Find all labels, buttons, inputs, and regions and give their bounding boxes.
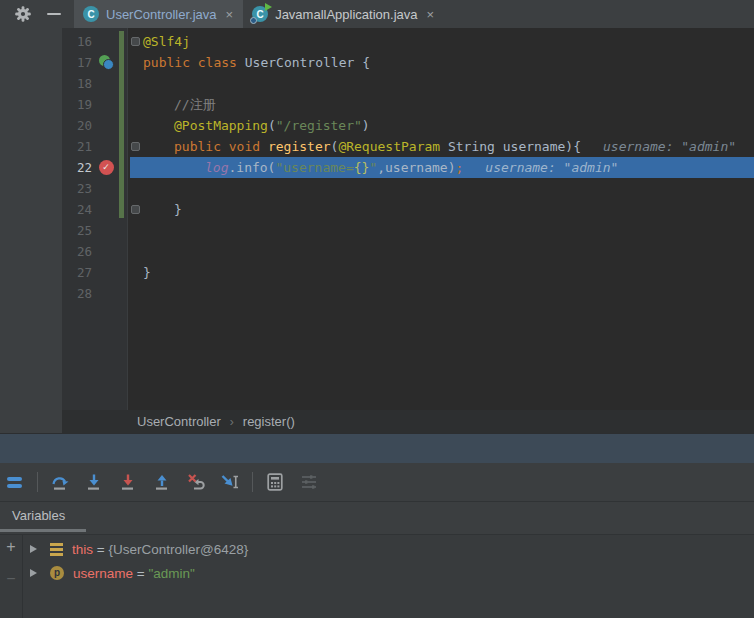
token-brace: {} [354, 160, 370, 175]
code-line-27: 27} [62, 262, 754, 283]
tab-javamallapplication-java[interactable]: JavamallApplication.java × [243, 0, 444, 28]
tab-variables[interactable]: Variables [12, 508, 65, 523]
code-line-26: 26 [62, 241, 754, 262]
code-text[interactable]: @Slf4j [130, 31, 754, 52]
close-icon[interactable]: × [226, 8, 234, 21]
run-to-cursor-icon[interactable] [220, 472, 240, 492]
code-text[interactable]: @PostMapping("/register") [130, 115, 754, 136]
gutter-icon-slot [94, 73, 118, 94]
code-text[interactable] [130, 241, 754, 262]
line-number: 19 [62, 94, 94, 115]
tool-window-left-strip [0, 28, 62, 433]
code-text[interactable] [130, 178, 754, 199]
code-text[interactable] [130, 220, 754, 241]
code-text[interactable]: public void register(@RequestParam Strin… [130, 136, 754, 157]
breakpoint-icon[interactable]: ✓ [99, 160, 114, 175]
add-watch-icon[interactable]: + [6, 539, 15, 555]
code-line-18: 18 [62, 73, 754, 94]
code-text[interactable]: //注册 [130, 94, 754, 115]
step-out-icon[interactable] [152, 472, 172, 492]
gutter-spacer [118, 220, 130, 241]
token-plain: ( [268, 118, 276, 133]
code-line-16: 16@Slf4j [62, 31, 754, 52]
tool-window-controls [0, 0, 74, 28]
gutter-icon-slot [94, 178, 118, 199]
gutter-icon-slot [94, 241, 118, 262]
variable-name: this [72, 542, 93, 557]
gear-icon[interactable] [14, 5, 32, 23]
variable-value: {UserController@6428} [108, 542, 248, 557]
gutter-icon-slot [94, 31, 118, 52]
equals-sign: = [133, 566, 148, 581]
close-icon[interactable]: × [427, 8, 435, 21]
toolbar-separator [252, 472, 253, 492]
editor-rows: 16@Slf4j17public class UserController {1… [62, 31, 754, 304]
gutter-icon-slot [94, 52, 118, 73]
token-keyword: public void [174, 139, 268, 154]
code-line-25: 25 [62, 220, 754, 241]
step-over-icon[interactable] [50, 472, 70, 492]
fold-marker-icon[interactable] [131, 37, 140, 46]
show-execution-point-icon[interactable] [5, 472, 25, 492]
editor-workspace: 16@Slf4j17public class UserController {1… [0, 28, 754, 433]
gutter-spacer [118, 136, 130, 157]
splitter-band[interactable] [0, 433, 754, 463]
hide-panel-icon[interactable] [47, 13, 61, 16]
parameter-icon [50, 566, 64, 580]
line-number: 20 [62, 115, 94, 136]
mute-settings-icon [299, 472, 319, 492]
gutter-icon-slot [94, 115, 118, 136]
inline-debugger-hint: username: "admin" [603, 139, 736, 154]
gutter-spacer [118, 157, 130, 178]
drop-frame-icon[interactable] [186, 472, 206, 492]
gutter-icon-slot [94, 94, 118, 115]
fold-marker-icon[interactable] [131, 205, 140, 214]
code-text[interactable]: public class UserController { [130, 52, 754, 73]
tab-usercontroller-java[interactable]: UserController.java × [74, 0, 243, 28]
gutter-spacer [118, 31, 130, 52]
token-plain: ,username) [377, 160, 455, 175]
force-step-into-icon[interactable] [118, 472, 138, 492]
code-line-20: 20@PostMapping("/register") [62, 115, 754, 136]
evaluate-expression-icon[interactable] [265, 472, 285, 492]
gutter-spacer [118, 115, 130, 136]
code-line-28: 28 [62, 283, 754, 304]
line-number: 28 [62, 283, 94, 304]
java-class-run-icon [252, 6, 268, 22]
inline-debugger-hint: username: "admin" [485, 160, 618, 175]
gutter-icon-slot [94, 199, 118, 220]
gutter-icon-slot [94, 136, 118, 157]
variable-value: "admin" [148, 566, 194, 581]
field-icon [50, 543, 63, 556]
code-editor[interactable]: 16@Slf4j17public class UserController {1… [62, 28, 754, 433]
token-plain: .info( [228, 160, 275, 175]
breadcrumb-class[interactable]: UserController [137, 414, 221, 429]
active-tab-underline [0, 529, 86, 532]
variable-row-this[interactable]: this = {UserController@6428} [23, 537, 754, 561]
token-annotation: @Slf4j [143, 34, 190, 49]
line-number: 17 [62, 52, 94, 73]
token-plain: ) [362, 118, 370, 133]
editor-tab-bar: UserController.java × JavamallApplicatio… [0, 0, 754, 28]
line-number: 27 [62, 262, 94, 283]
fold-marker-icon[interactable] [131, 142, 140, 151]
token-plain: } [174, 202, 182, 217]
token-string: "username= [275, 160, 353, 175]
variable-row-username[interactable]: username = "admin" [23, 561, 754, 585]
gutter-spacer [118, 199, 130, 220]
code-text[interactable]: } [130, 262, 754, 283]
expand-arrow-icon[interactable] [30, 569, 37, 577]
step-into-icon[interactable] [84, 472, 104, 492]
gutter-icon-slot [94, 283, 118, 304]
code-text[interactable] [130, 73, 754, 94]
remove-watch-icon: − [6, 571, 15, 587]
code-text[interactable]: } [130, 199, 754, 220]
run-class-gutter-icon[interactable] [99, 55, 114, 70]
code-text[interactable] [130, 283, 754, 304]
code-text[interactable]: log.info("username={}",username);usernam… [130, 157, 754, 178]
breadcrumb-method[interactable]: register() [243, 414, 295, 429]
editor-lines-area: 16@Slf4j17public class UserController {1… [62, 28, 754, 410]
equals-sign: = [93, 542, 108, 557]
variables-tree: this = {UserController@6428}username = "… [23, 537, 754, 585]
expand-arrow-icon[interactable] [30, 545, 37, 553]
